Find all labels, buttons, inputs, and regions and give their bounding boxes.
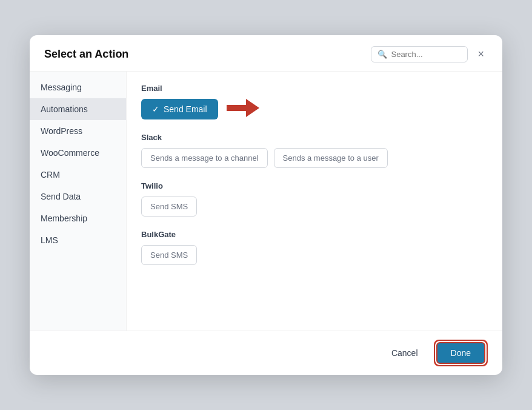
select-action-modal: Select an Action 🔍 × Messaging Automatio… bbox=[30, 35, 502, 375]
sidebar-item-lms[interactable]: LMS bbox=[30, 229, 126, 251]
content-area: Email ✓ Send Email Slack bbox=[127, 72, 502, 331]
slack-section: Slack Sends a message to a channel Sends… bbox=[141, 133, 488, 168]
sidebar-item-automations[interactable]: Automations bbox=[30, 98, 126, 120]
sidebar-item-wordpress[interactable]: WordPress bbox=[30, 120, 126, 142]
svg-marker-0 bbox=[227, 99, 259, 117]
sidebar-item-membership[interactable]: Membership bbox=[30, 207, 126, 229]
email-section: Email ✓ Send Email bbox=[141, 84, 488, 119]
check-icon: ✓ bbox=[152, 104, 159, 114]
bulkgate-section-title: BulkGate bbox=[141, 230, 488, 239]
modal-title: Select an Action bbox=[44, 48, 128, 61]
search-box: 🔍 bbox=[371, 46, 468, 62]
slack-section-title: Slack bbox=[141, 133, 488, 142]
cancel-button[interactable]: Cancel bbox=[384, 343, 425, 363]
twilio-section: Twilio Send SMS bbox=[141, 181, 488, 217]
modal-footer: Cancel Done bbox=[30, 331, 502, 375]
send-email-button[interactable]: ✓ Send Email bbox=[141, 99, 218, 119]
sidebar: Messaging Automations WordPress WooComme… bbox=[30, 72, 127, 331]
email-section-title: Email bbox=[141, 84, 488, 93]
sidebar-item-senddata[interactable]: Send Data bbox=[30, 186, 126, 207]
search-input[interactable] bbox=[391, 50, 461, 59]
done-button[interactable]: Done bbox=[436, 342, 485, 364]
bulkgate-sms-button[interactable]: Send SMS bbox=[141, 245, 197, 265]
twilio-sms-button[interactable]: Send SMS bbox=[141, 197, 197, 217]
bulkgate-section: BulkGate Send SMS bbox=[141, 230, 488, 265]
sidebar-item-crm[interactable]: CRM bbox=[30, 164, 126, 186]
modal-header: Select an Action 🔍 × bbox=[30, 35, 502, 72]
search-icon: 🔍 bbox=[377, 50, 387, 59]
arrow-indicator bbox=[227, 99, 259, 119]
header-right: 🔍 × bbox=[371, 46, 488, 62]
done-button-wrapper: Done bbox=[434, 340, 488, 366]
send-email-label: Send Email bbox=[164, 104, 207, 114]
slack-buttons: Sends a message to a channel Sends a mes… bbox=[141, 148, 488, 168]
twilio-section-title: Twilio bbox=[141, 181, 488, 190]
close-button[interactable]: × bbox=[474, 47, 488, 62]
slack-channel-button[interactable]: Sends a message to a channel bbox=[141, 148, 268, 168]
modal-body: Messaging Automations WordPress WooComme… bbox=[30, 72, 502, 331]
email-row: ✓ Send Email bbox=[141, 99, 488, 119]
slack-user-button[interactable]: Sends a message to a user bbox=[274, 148, 388, 168]
sidebar-item-messaging[interactable]: Messaging bbox=[30, 76, 126, 98]
sidebar-item-woocommerce[interactable]: WooCommerce bbox=[30, 142, 126, 164]
